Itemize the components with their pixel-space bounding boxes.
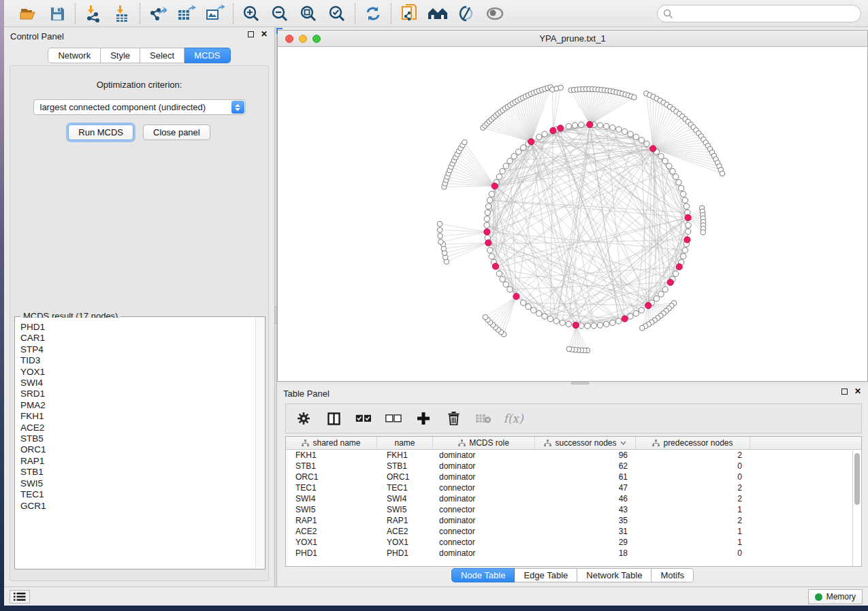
tab-style[interactable]: Style (101, 48, 140, 63)
cell-successor-nodes[interactable]: 62 (535, 461, 636, 472)
mcds-list-scrollbar[interactable] (255, 318, 264, 568)
cell-mcds-role[interactable]: connector (433, 526, 535, 537)
mcds-result-item[interactable]: ORC1 (20, 444, 255, 455)
cell-successor-nodes[interactable]: 31 (535, 526, 636, 537)
cell-name[interactable]: PHD1 (377, 548, 433, 559)
table-row[interactable]: TEC1TEC1connector472 (286, 482, 861, 493)
zoom-out-icon[interactable] (269, 3, 291, 24)
cell-predecessor-nodes[interactable]: 1 (636, 504, 750, 515)
cell-mcds-role[interactable]: connector (433, 482, 535, 493)
cell-successor-nodes[interactable]: 43 (535, 504, 636, 515)
cell-mcds-role[interactable]: dominator (433, 548, 535, 559)
table-row[interactable]: RAP1RAP1dominator352 (286, 515, 861, 526)
cell-name[interactable]: TEC1 (377, 482, 433, 493)
cell-shared-name[interactable]: ORC1 (286, 472, 377, 482)
graph-hub-node[interactable] (485, 240, 492, 246)
cell-shared-name[interactable]: PHD1 (286, 548, 377, 559)
table-row[interactable]: FKH1FKH1dominator962 (286, 450, 861, 461)
export-image-icon[interactable] (204, 3, 226, 24)
cell-shared-name[interactable]: YOX1 (286, 537, 377, 548)
mcds-result-item[interactable]: ACE2 (20, 423, 255, 433)
zoom-in-icon[interactable] (240, 3, 262, 24)
cell-mcds-role[interactable]: connector (433, 504, 535, 515)
cell-successor-nodes[interactable]: 35 (535, 515, 636, 526)
delete-column-icon[interactable] (444, 409, 463, 428)
table-row[interactable]: SWI5SWI5connector431 (286, 504, 861, 515)
task-history-button[interactable] (10, 590, 30, 604)
cell-successor-nodes[interactable]: 29 (535, 537, 636, 548)
window-close-icon[interactable] (285, 35, 293, 43)
graph-hub-node[interactable] (645, 302, 652, 308)
mcds-result-item[interactable]: FKH1 (20, 411, 255, 422)
mcds-result-item[interactable]: TID3 (20, 355, 255, 366)
window-minimize-icon[interactable] (299, 35, 307, 43)
cell-predecessor-nodes[interactable]: 2 (636, 450, 750, 461)
table-row[interactable]: PHD1PHD1dominator180 (286, 548, 861, 559)
graph-hub-node[interactable] (513, 293, 519, 299)
table-row[interactable]: YOX1YOX1connector291 (286, 537, 861, 548)
deselect-all-rows-icon[interactable] (384, 409, 403, 428)
table-settings-icon[interactable] (294, 409, 313, 428)
table-row[interactable]: ORC1ORC1dominator610 (286, 472, 861, 482)
add-column-icon[interactable] (414, 409, 433, 428)
tab-network-table[interactable]: Network Table (577, 568, 652, 582)
show-columns-icon[interactable] (324, 409, 343, 428)
search-input[interactable] (657, 5, 861, 22)
float-panel-icon[interactable] (248, 31, 254, 37)
cell-name[interactable]: ACE2 (377, 526, 433, 537)
column-header-name[interactable]: name (377, 437, 433, 449)
mcds-result-item[interactable]: STP4 (20, 344, 255, 355)
cell-name[interactable]: YOX1 (377, 537, 433, 548)
cell-successor-nodes[interactable]: 18 (535, 548, 636, 559)
cell-mcds-role[interactable]: dominator (433, 450, 535, 461)
graph-hub-node[interactable] (484, 229, 490, 235)
cell-successor-nodes[interactable]: 46 (535, 493, 636, 504)
clone-network-icon[interactable] (398, 3, 420, 24)
mcds-result-item[interactable]: PMA2 (20, 400, 255, 411)
import-network-icon[interactable] (82, 3, 104, 24)
table-row[interactable]: ACE2ACE2connector311 (286, 526, 861, 537)
cell-name[interactable]: ORC1 (377, 472, 433, 482)
cell-predecessor-nodes[interactable]: 0 (636, 548, 750, 559)
column-header-successor-nodes[interactable]: successor nodes (535, 437, 636, 449)
mcds-result-item[interactable]: YOX1 (20, 367, 255, 378)
mcds-result-item[interactable]: SWI5 (20, 478, 255, 489)
graphics-details-icon[interactable] (455, 3, 477, 24)
graph-hub-node[interactable] (667, 279, 673, 285)
table-row[interactable]: SWI4SWI4dominator462 (286, 493, 861, 504)
float-panel-icon[interactable] (841, 389, 848, 395)
tab-motifs[interactable]: Motifs (652, 568, 694, 582)
run-mcds-button[interactable]: Run MCDS (68, 125, 133, 140)
refresh-icon[interactable] (362, 3, 384, 24)
cell-mcds-role[interactable]: dominator (433, 461, 535, 472)
mcds-result-item[interactable]: RAP1 (20, 456, 255, 467)
window-zoom-icon[interactable] (312, 35, 321, 43)
cell-predecessor-nodes[interactable]: 1 (636, 537, 750, 548)
cell-shared-name[interactable]: SWI4 (286, 493, 377, 504)
graph-hub-node[interactable] (676, 264, 682, 270)
export-table-icon[interactable] (176, 3, 197, 24)
tab-node-table[interactable]: Node Table (451, 568, 515, 582)
graph-hub-node[interactable] (684, 237, 690, 243)
cell-mcds-role[interactable]: connector (433, 537, 535, 548)
memory-button[interactable]: Memory (808, 589, 863, 604)
mcds-result-item[interactable]: STB1 (20, 467, 255, 478)
select-all-rows-icon[interactable] (354, 409, 373, 428)
save-session-icon[interactable] (46, 3, 68, 24)
cell-name[interactable]: SWI4 (377, 493, 433, 504)
close-panel-button[interactable]: Close panel (143, 125, 210, 140)
graph-hub-node[interactable] (685, 214, 691, 220)
zoom-selected-icon[interactable] (326, 3, 348, 24)
mcds-result-item[interactable]: CAR1 (20, 333, 255, 344)
network-canvas[interactable] (278, 47, 867, 381)
cell-name[interactable]: FKH1 (377, 450, 433, 461)
tab-mcds[interactable]: MCDS (184, 48, 230, 63)
scrollbar-thumb[interactable] (854, 453, 860, 505)
graph-hub-node[interactable] (650, 146, 656, 152)
graph-hub-node[interactable] (558, 125, 564, 131)
import-table-icon[interactable] (111, 3, 133, 24)
table-row[interactable]: STB1STB1dominator620 (286, 461, 861, 472)
cell-name[interactable]: STB1 (377, 461, 433, 472)
graph-hub-node[interactable] (622, 316, 628, 322)
cell-shared-name[interactable]: ACE2 (286, 526, 377, 537)
